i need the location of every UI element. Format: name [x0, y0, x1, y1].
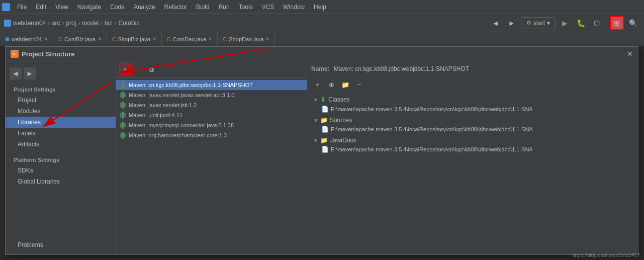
- menu-navigate[interactable]: Navigate: [73, 2, 105, 12]
- run-config-selector[interactable]: ⚙ start ▾: [521, 17, 556, 29]
- menu-window[interactable]: Window: [279, 2, 309, 12]
- run-config-name: start: [533, 20, 545, 27]
- breadcrumb-model[interactable]: model: [82, 20, 99, 27]
- menu-refactor[interactable]: Refactor: [160, 2, 191, 12]
- run-button[interactable]: ▶: [558, 16, 572, 30]
- separator-btn: [606, 16, 608, 30]
- menu-bar: File Edit View Navigate Code Analyze Ref…: [0, 0, 644, 14]
- breadcrumb-biz[interactable]: biz: [105, 20, 112, 27]
- tab-shopdao-close[interactable]: ✕: [265, 36, 269, 42]
- tab-combiz-icon: C: [58, 36, 62, 42]
- coverage-button[interactable]: ⬡: [590, 16, 604, 30]
- tab-comdao-icon: C: [167, 36, 171, 42]
- breadcrumb-sep-5: ›: [114, 20, 116, 27]
- run-config-icon: ⚙: [526, 20, 531, 26]
- back-button[interactable]: ◄: [489, 16, 503, 30]
- tab-shopdao-label: ShopDao.java: [229, 36, 263, 42]
- tab-shopdao-icon: C: [223, 36, 227, 42]
- tab-shopbiz[interactable]: C ShopBiz.java ✕: [107, 32, 162, 46]
- forward-button[interactable]: ►: [505, 16, 519, 30]
- breadcrumb-project[interactable]: webdemo04: [13, 20, 46, 27]
- menu-view[interactable]: View: [51, 2, 72, 12]
- menu-analyze[interactable]: Analyze: [130, 2, 159, 12]
- project-icon: [4, 20, 11, 27]
- menu-code[interactable]: Code: [106, 2, 129, 12]
- app-logo: [2, 3, 10, 11]
- structure-button[interactable]: ⊞: [610, 16, 624, 30]
- tab-combiz-close[interactable]: ✕: [98, 36, 102, 42]
- tab-shopbiz-label: ShopBiz.java: [118, 36, 150, 42]
- breadcrumb: webdemo04 › src › proj › model › biz › C…: [4, 20, 487, 27]
- breadcrumb-sep-1: ›: [48, 20, 50, 27]
- tab-combiz[interactable]: C ComBiz.java ✕: [53, 32, 107, 46]
- tab-comdao-label: ComDao.java: [173, 36, 207, 42]
- tab-project-label: webdemo04: [12, 36, 42, 42]
- tabs-bar: ◼ webdemo04 ✕ C ComBiz.java ✕ C ShopBiz.…: [0, 32, 644, 46]
- breadcrumb-src[interactable]: src: [52, 20, 60, 27]
- toolbar: webdemo04 › src › proj › model › biz › C…: [0, 14, 644, 32]
- menu-tools[interactable]: Tools: [235, 2, 257, 12]
- menu-file[interactable]: File: [13, 2, 31, 12]
- breadcrumb-sep-4: ›: [101, 20, 103, 27]
- tab-comdao-close[interactable]: ✕: [208, 36, 212, 42]
- menu-help[interactable]: Help: [310, 2, 330, 12]
- tab-shopbiz-close[interactable]: ✕: [152, 36, 156, 42]
- menu-edit[interactable]: Edit: [32, 2, 50, 12]
- tab-project-close[interactable]: ✕: [44, 36, 48, 42]
- menu-run[interactable]: Run: [215, 2, 234, 12]
- breadcrumb-sep-3: ›: [78, 20, 80, 27]
- toolbar-right: ◄ ► ⚙ start ▾ ▶ 🐛 ⬡ ⊞ 🔍: [489, 16, 640, 30]
- breadcrumb-sep-2: ›: [62, 20, 64, 27]
- breadcrumb-combiz[interactable]: ComBiz: [118, 20, 139, 27]
- tab-combiz-label: ComBiz.java: [64, 36, 96, 42]
- tab-project-icon: ◼: [5, 36, 10, 42]
- tab-project[interactable]: ◼ webdemo04 ✕: [0, 32, 53, 46]
- menu-build[interactable]: Build: [192, 2, 214, 12]
- tab-shopdao[interactable]: C ShopDao.java ✕: [218, 32, 275, 46]
- breadcrumb-proj[interactable]: proj: [66, 20, 76, 27]
- tab-shopbiz-icon: C: [112, 36, 116, 42]
- run-config-chevron: ▾: [547, 20, 550, 27]
- tab-comdao[interactable]: C ComDao.java ✕: [162, 32, 218, 46]
- menu-vcs[interactable]: VCS: [258, 2, 279, 12]
- search-button[interactable]: 🔍: [626, 16, 640, 30]
- debug-button[interactable]: 🐛: [574, 16, 588, 30]
